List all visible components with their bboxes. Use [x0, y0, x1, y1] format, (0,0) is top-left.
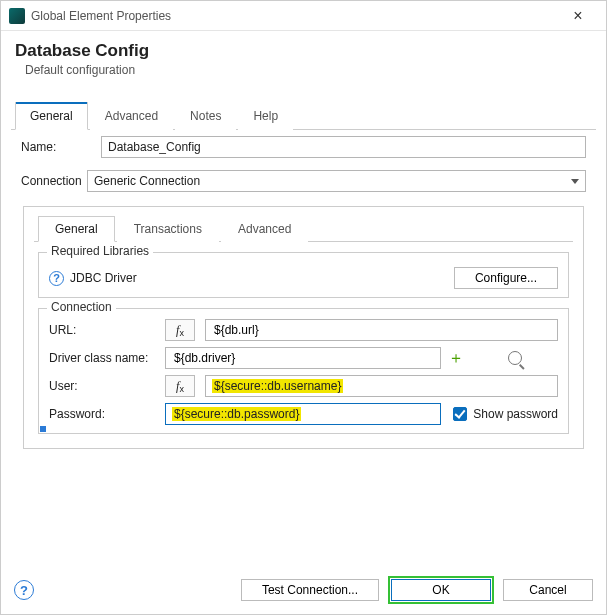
inner-tab-advanced[interactable]: Advanced — [221, 216, 308, 242]
connection-select-value: Generic Connection — [94, 174, 200, 188]
user-input[interactable]: ${secure::db.username} — [205, 375, 558, 397]
outer-tabs: General Advanced Notes Help Name: Connec… — [1, 101, 606, 449]
password-input[interactable]: ${secure::db.password} — [165, 403, 441, 425]
configure-button[interactable]: Configure... — [454, 267, 558, 289]
connection-select[interactable]: Generic Connection — [87, 170, 586, 192]
driver-input[interactable] — [165, 347, 441, 369]
search-icon-wrap[interactable] — [506, 351, 524, 365]
inner-tab-area: General Transactions Advanced — [24, 207, 583, 242]
outer-tab-row: General Advanced Notes Help — [11, 101, 596, 130]
search-icon — [508, 351, 522, 365]
name-input[interactable] — [101, 136, 586, 158]
tab-notes[interactable]: Notes — [175, 102, 236, 130]
ok-button[interactable]: OK — [391, 579, 491, 601]
user-value: ${secure::db.username} — [212, 379, 343, 393]
name-row: Name: — [11, 130, 596, 164]
close-icon[interactable]: × — [558, 7, 598, 25]
tab-advanced[interactable]: Advanced — [90, 102, 173, 130]
chevron-down-icon — [571, 179, 579, 184]
cancel-button[interactable]: Cancel — [503, 579, 593, 601]
page-subtitle: Default configuration — [25, 63, 592, 77]
fx-button-user[interactable]: fx — [165, 375, 195, 397]
required-libraries-legend: Required Libraries — [47, 244, 153, 258]
show-password-label: Show password — [473, 407, 558, 421]
inner-panel: General Transactions Advanced Required L… — [23, 206, 584, 449]
connection-legend: Connection — [47, 300, 116, 314]
name-label: Name: — [21, 140, 93, 154]
connection-fields: URL: fx Driver class name: ＋ User: fx ${… — [49, 319, 558, 425]
test-connection-button[interactable]: Test Connection... — [241, 579, 379, 601]
window-title: Global Element Properties — [31, 9, 558, 23]
header: Database Config Default configuration — [1, 31, 606, 83]
checkbox-checked-icon — [453, 407, 467, 421]
connection-fieldset: Connection URL: fx Driver class name: ＋ … — [38, 308, 569, 434]
required-libraries-row: ? JDBC Driver Configure... — [49, 267, 558, 289]
fx-button-url[interactable]: fx — [165, 319, 195, 341]
plus-icon[interactable]: ＋ — [447, 348, 465, 369]
driver-label: Driver class name: — [49, 351, 159, 365]
footer-help-icon[interactable]: ? — [14, 580, 34, 600]
inner-tab-transactions[interactable]: Transactions — [117, 216, 219, 242]
password-value: ${secure::db.password} — [172, 407, 301, 421]
app-icon — [9, 8, 25, 24]
tab-help[interactable]: Help — [238, 102, 293, 130]
password-label: Password: — [49, 407, 159, 421]
connection-label: Connection — [21, 174, 79, 188]
inner-tab-general[interactable]: General — [38, 216, 115, 242]
url-input[interactable] — [205, 319, 558, 341]
user-label: User: — [49, 379, 159, 393]
help-icon[interactable]: ? — [49, 271, 64, 286]
jdbc-driver-label: JDBC Driver — [70, 271, 137, 285]
connection-row: Connection Generic Connection — [11, 164, 596, 198]
required-libraries-fieldset: Required Libraries ? JDBC Driver Configu… — [38, 252, 569, 298]
title-bar: Global Element Properties × — [1, 1, 606, 31]
tab-general[interactable]: General — [15, 102, 88, 130]
show-password-toggle[interactable]: Show password — [447, 407, 558, 421]
inner-tab-row: General Transactions Advanced — [34, 215, 573, 242]
url-label: URL: — [49, 323, 159, 337]
page-title: Database Config — [15, 41, 592, 61]
dialog-footer: ? Test Connection... OK Cancel — [0, 569, 607, 615]
